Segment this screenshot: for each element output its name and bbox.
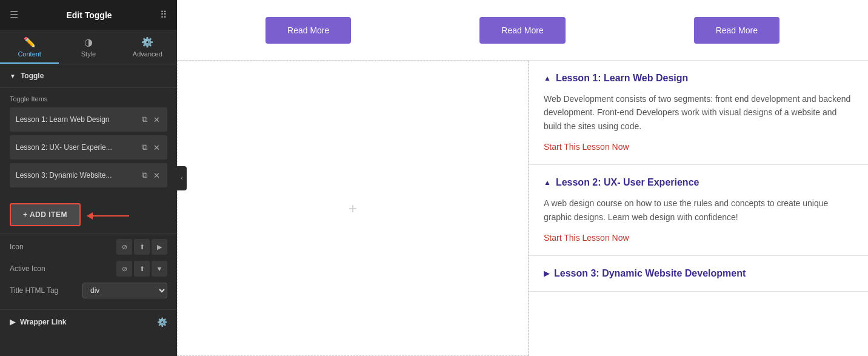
content-icon: ✏️ xyxy=(24,36,36,48)
add-item-button[interactable]: + ADD ITEM xyxy=(10,203,81,226)
grid-icon[interactable]: ⠿ xyxy=(160,9,167,21)
toggle-section-label: Toggle xyxy=(21,72,44,80)
list-item: Lesson 2: UX- User Experie... ⧉ ✕ xyxy=(10,135,167,160)
icon-clear-button[interactable]: ⊘ xyxy=(116,239,132,255)
sidebar-title: Edit Toggle xyxy=(66,10,112,20)
icon-label: Icon xyxy=(10,243,24,251)
wrapper-link-label: ▶ Wrapper Link xyxy=(10,318,66,326)
icon-controls: ⊘ ⬆ ▶ xyxy=(116,239,167,255)
wrapper-link-arrow-icon: ▶ xyxy=(10,318,15,326)
sidebar-collapse-tab[interactable]: ‹ xyxy=(177,166,187,190)
lesson-2-link[interactable]: Start This Lesson Now xyxy=(544,233,629,243)
tab-advanced[interactable]: ⚙️ Advanced xyxy=(118,30,177,64)
lesson-item-2: ▲ Lesson 2: UX- User Experience A web de… xyxy=(529,165,868,256)
style-icon: ◑ xyxy=(84,36,93,48)
item-label-1: Lesson 1: Learn Web Design xyxy=(16,115,141,124)
tab-style[interactable]: ◑ Style xyxy=(59,30,118,64)
lesson-1-title[interactable]: ▲ Lesson 1: Learn Web Design xyxy=(544,73,853,84)
active-icon-setting-row: Active Icon ⊘ ⬆ ▼ xyxy=(10,261,167,277)
lesson-3-arrow-icon: ▶ xyxy=(544,269,549,278)
title-html-tag-select[interactable]: div h1 h2 h3 span p xyxy=(82,283,167,298)
lesson-2-title[interactable]: ▲ Lesson 2: UX- User Experience xyxy=(544,177,853,188)
arrow-line xyxy=(93,215,129,217)
sidebar-tabs: ✏️ Content ◑ Style ⚙️ Advanced xyxy=(0,30,177,64)
read-more-button-1[interactable]: Read More xyxy=(265,17,351,44)
tab-content[interactable]: ✏️ Content xyxy=(0,30,59,64)
sidebar: ☰ Edit Toggle ⠿ ✏️ Content ◑ Style ⚙️ Ad… xyxy=(0,0,177,356)
editor-area[interactable]: + xyxy=(177,61,529,356)
active-icon-upload-button[interactable]: ⬆ xyxy=(134,261,150,277)
item-label-3: Lesson 3: Dynamic Website... xyxy=(16,171,141,180)
top-buttons-row: Read More Read More Read More xyxy=(177,0,868,61)
list-item: Lesson 3: Dynamic Website... ⧉ ✕ xyxy=(10,163,167,187)
lesson-2-body: A web design course on how to use the ru… xyxy=(544,196,853,224)
icon-setting-row: Icon ⊘ ⬆ ▶ xyxy=(10,239,167,255)
item-2-duplicate-button[interactable]: ⧉ xyxy=(141,141,149,153)
item-2-delete-button[interactable]: ✕ xyxy=(152,142,161,153)
toggle-arrow-icon: ▼ xyxy=(10,73,16,79)
sidebar-header-right-icons: ⠿ xyxy=(160,9,167,21)
toggle-items-section: Toggle Items Lesson 1: Learn Web Design … xyxy=(0,88,177,198)
main-content: + ▲ Lesson 1: Learn Web Design Web Devel… xyxy=(177,61,868,356)
tab-content-label: Content xyxy=(18,50,41,58)
read-more-button-2[interactable]: Read More xyxy=(479,17,565,44)
lesson-3-title[interactable]: ▶ Lesson 3: Dynamic Website Development xyxy=(544,268,853,279)
add-item-container: + ADD ITEM xyxy=(0,198,177,233)
active-icon-clear-button[interactable]: ⊘ xyxy=(116,261,132,277)
advanced-icon: ⚙️ xyxy=(141,36,153,48)
item-3-duplicate-button[interactable]: ⧉ xyxy=(141,169,149,181)
arrow-head-icon xyxy=(87,212,93,220)
sidebar-header-left-icons: ☰ xyxy=(10,9,18,21)
icon-settings-section: Icon ⊘ ⬆ ▶ Active Icon ⊘ ⬆ ▼ Title HTML … xyxy=(0,233,177,309)
title-html-tag-row: Title HTML Tag div h1 h2 h3 span p xyxy=(10,283,167,298)
lesson-2-arrow-icon: ▲ xyxy=(544,178,551,187)
item-1-duplicate-button[interactable]: ⧉ xyxy=(141,113,149,126)
lesson-item-1: ▲ Lesson 1: Learn Web Design Web Develop… xyxy=(529,61,868,165)
wrapper-link-gear-icon: ⚙️ xyxy=(157,317,167,327)
item-3-delete-button[interactable]: ✕ xyxy=(152,170,161,181)
icon-next-button[interactable]: ▶ xyxy=(152,239,167,255)
toggle-items-label: Toggle Items xyxy=(10,95,167,102)
lesson-2-title-text: Lesson 2: UX- User Experience xyxy=(556,177,699,188)
content-area: Read More Read More Read More + ▲ Lesson… xyxy=(177,0,868,356)
read-more-button-3[interactable]: Read More xyxy=(694,17,780,44)
arrow-indicator xyxy=(87,212,129,220)
list-item: Lesson 1: Learn Web Design ⧉ ✕ xyxy=(10,107,167,132)
wrapper-link-text: Wrapper Link xyxy=(20,318,66,326)
item-1-delete-button[interactable]: ✕ xyxy=(152,114,161,126)
item-label-2: Lesson 2: UX- User Experie... xyxy=(16,143,141,152)
add-element-icon: + xyxy=(349,200,357,217)
lesson-1-link[interactable]: Start This Lesson Now xyxy=(544,142,629,152)
item-2-actions: ⧉ ✕ xyxy=(141,141,161,153)
lesson-item-3: ▶ Lesson 3: Dynamic Website Development xyxy=(529,256,868,292)
lesson-panel: ▲ Lesson 1: Learn Web Design Web Develop… xyxy=(529,61,868,356)
active-icon-label: Active Icon xyxy=(10,264,45,273)
toggle-section-header[interactable]: ▼ Toggle xyxy=(10,72,167,80)
hamburger-icon[interactable]: ☰ xyxy=(10,9,18,21)
item-3-actions: ⧉ ✕ xyxy=(141,169,161,181)
lesson-1-arrow-icon: ▲ xyxy=(544,74,551,82)
tab-advanced-label: Advanced xyxy=(133,50,162,58)
lesson-1-title-text: Lesson 1: Learn Web Design xyxy=(556,73,688,84)
lesson-3-title-text: Lesson 3: Dynamic Website Development xyxy=(554,268,746,279)
title-html-tag-label: Title HTML Tag xyxy=(10,286,58,295)
item-1-actions: ⧉ ✕ xyxy=(141,113,161,126)
lesson-1-body: Web Development consists of two segments… xyxy=(544,92,853,133)
wrapper-link-section[interactable]: ▶ Wrapper Link ⚙️ xyxy=(0,309,177,334)
sidebar-header: ☰ Edit Toggle ⠿ xyxy=(0,0,177,30)
icon-upload-button[interactable]: ⬆ xyxy=(134,239,150,255)
active-icon-prev-button[interactable]: ▼ xyxy=(152,261,167,277)
active-icon-controls: ⊘ ⬆ ▼ xyxy=(116,261,167,277)
tab-style-label: Style xyxy=(81,50,96,58)
toggle-section: ▼ Toggle xyxy=(0,64,177,88)
